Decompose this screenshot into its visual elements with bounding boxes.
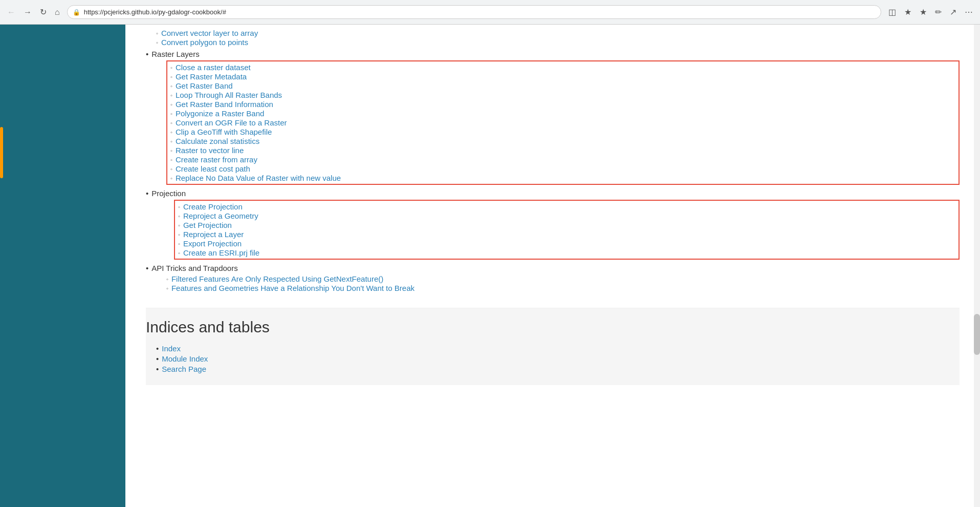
scroll-indicator xyxy=(0,127,3,178)
list-item: ◦ Loop Through All Raster Bands xyxy=(170,91,955,99)
bullet-icon: ◦ xyxy=(178,241,180,247)
back-button[interactable]: ← xyxy=(4,6,18,19)
list-item: • Module Index xyxy=(156,354,960,363)
bullet-icon: ◦ xyxy=(156,39,158,46)
bullet-icon: ◦ xyxy=(178,213,180,219)
convert-ogr-link[interactable]: Convert an OGR File to a Raster xyxy=(176,118,287,127)
features-geometries-link[interactable]: Features and Geometries Have a Relations… xyxy=(171,284,415,292)
bullet-icon: ◦ xyxy=(170,129,172,135)
reload-button[interactable]: ↻ xyxy=(37,5,50,19)
zonal-stats-link[interactable]: Calculate zonal statistics xyxy=(176,137,259,145)
create-projection-link[interactable]: Create Projection xyxy=(183,202,243,211)
list-item: ◦ Create Projection xyxy=(178,202,955,211)
bullet-icon: ◦ xyxy=(178,204,180,210)
reproject-geometry-link[interactable]: Reproject a Geometry xyxy=(183,212,258,220)
get-raster-band-link[interactable]: Get Raster Band xyxy=(176,81,233,90)
get-projection-link[interactable]: Get Projection xyxy=(183,221,232,229)
section-bullet-icon: • xyxy=(146,189,148,198)
address-bar[interactable]: 🔒 https://pcjericks.github.io/py-gdalogr… xyxy=(67,5,881,19)
bullet-icon: ◦ xyxy=(170,166,172,172)
replace-no-data-link[interactable]: Replace No Data Value of Raster with new… xyxy=(176,174,341,182)
list-item: ◦ Create an ESRI.prj file xyxy=(178,248,955,257)
sign-button[interactable]: ✏ xyxy=(932,5,945,19)
home-button[interactable]: ⌂ xyxy=(52,6,63,19)
browser-toolbar: ← → ↻ ⌂ 🔒 https://pcjericks.github.io/py… xyxy=(0,0,980,25)
module-index-link[interactable]: Module Index xyxy=(162,354,208,363)
bullet-icon: ◦ xyxy=(178,222,180,228)
api-items-list: ◦ Filtered Features Are Only Respected U… xyxy=(166,274,960,292)
list-item: ◦ Convert vector layer to array xyxy=(156,29,960,37)
list-item: ◦ Get Raster Band xyxy=(170,81,955,90)
split-view-button[interactable]: ◫ xyxy=(885,5,899,19)
bullet-icon: • xyxy=(156,344,159,353)
bullet-icon: ◦ xyxy=(170,111,172,117)
filtered-features-link[interactable]: Filtered Features Are Only Respected Usi… xyxy=(171,274,383,283)
favorites-button[interactable]: ★ xyxy=(917,5,930,19)
bullet-icon: • xyxy=(156,354,159,363)
section-bullet-icon: • xyxy=(146,50,148,58)
lock-icon: 🔒 xyxy=(73,9,80,16)
get-raster-metadata-link[interactable]: Get Raster Metadata xyxy=(176,72,247,81)
bullet-icon: ◦ xyxy=(170,157,172,163)
projection-section-title: Projection xyxy=(151,189,186,198)
share-button[interactable]: ↗ xyxy=(947,5,960,19)
convert-vector-link[interactable]: Convert vector layer to array xyxy=(161,29,258,37)
clip-geotiff-link[interactable]: Clip a GeoTiff with Shapefile xyxy=(176,128,272,136)
bookmark-button[interactable]: ★ xyxy=(901,5,914,19)
reproject-layer-link[interactable]: Reproject a Layer xyxy=(183,230,244,239)
list-item: • Index xyxy=(156,344,960,353)
api-section-header: • API Tricks and Trapdoors xyxy=(146,264,960,272)
list-item: ◦ Reproject a Geometry xyxy=(178,212,955,220)
raster-vector-link[interactable]: Raster to vector line xyxy=(176,146,244,155)
raster-section-title: Raster Layers xyxy=(151,50,199,58)
bullet-icon: ◦ xyxy=(170,74,172,80)
search-page-link[interactable]: Search Page xyxy=(162,365,206,373)
list-item: ◦ Features and Geometries Have a Relatio… xyxy=(166,284,960,292)
raster-section-header: • Raster Layers xyxy=(146,50,960,58)
sidebar xyxy=(0,25,125,507)
list-item: ◦ Get Raster Band Information xyxy=(170,100,955,109)
bullet-icon: ◦ xyxy=(166,285,168,291)
list-item: ◦ Filtered Features Are Only Respected U… xyxy=(166,274,960,283)
projection-section-header: • Projection xyxy=(146,189,960,198)
create-raster-array-link[interactable]: Create raster from array xyxy=(176,155,257,164)
main-content: ◦ Convert vector layer to array ◦ Conver… xyxy=(125,25,980,507)
bullet-icon: ◦ xyxy=(170,138,172,144)
loop-raster-bands-link[interactable]: Loop Through All Raster Bands xyxy=(176,91,282,99)
page-layout: ◦ Convert vector layer to array ◦ Conver… xyxy=(0,25,980,507)
indices-list: • Index • Module Index • Search Page xyxy=(156,344,960,373)
list-item: ◦ Close a raster dataset xyxy=(170,63,955,72)
export-projection-link[interactable]: Export Projection xyxy=(183,239,242,248)
list-item: ◦ Get Projection xyxy=(178,221,955,229)
index-link[interactable]: Index xyxy=(162,344,181,353)
top-links-section: ◦ Convert vector layer to array ◦ Conver… xyxy=(146,29,960,292)
bullet-icon: ◦ xyxy=(170,175,172,181)
list-item: ◦ Create least cost path xyxy=(170,164,955,173)
list-item: ◦ Convert an OGR File to a Raster xyxy=(170,118,955,127)
bullet-icon: • xyxy=(156,365,159,373)
scrollbar-track xyxy=(974,25,980,507)
bullet-icon: ◦ xyxy=(178,231,180,238)
get-raster-band-info-link[interactable]: Get Raster Band Information xyxy=(176,100,273,109)
scrollbar-thumb[interactable] xyxy=(974,314,980,355)
list-item: ◦ Polygonize a Raster Band xyxy=(170,109,955,118)
bullet-icon: ◦ xyxy=(156,30,158,36)
bullet-icon: ◦ xyxy=(178,250,180,256)
list-item: ◦ Calculate zonal statistics xyxy=(170,137,955,145)
list-item: • Search Page xyxy=(156,365,960,373)
section-bullet-icon: • xyxy=(146,264,148,272)
polygonize-link[interactable]: Polygonize a Raster Band xyxy=(176,109,264,118)
list-item: ◦ Create raster from array xyxy=(170,155,955,164)
create-esri-link[interactable]: Create an ESRI.prj file xyxy=(183,248,259,257)
list-item: ◦ Convert polygon to points xyxy=(156,38,960,47)
create-least-cost-link[interactable]: Create least cost path xyxy=(176,164,250,173)
indices-section: Indices and tables • Index • Module Inde… xyxy=(146,308,960,385)
bullet-icon: ◦ xyxy=(166,276,168,282)
bullet-icon: ◦ xyxy=(170,83,172,89)
more-button[interactable]: ⋯ xyxy=(962,5,976,19)
convert-polygon-link[interactable]: Convert polygon to points xyxy=(161,38,248,47)
list-item: ◦ Clip a GeoTiff with Shapefile xyxy=(170,128,955,136)
list-item: ◦ Replace No Data Value of Raster with n… xyxy=(170,174,955,182)
close-raster-link[interactable]: Close a raster dataset xyxy=(176,63,251,72)
forward-button[interactable]: → xyxy=(20,6,35,19)
